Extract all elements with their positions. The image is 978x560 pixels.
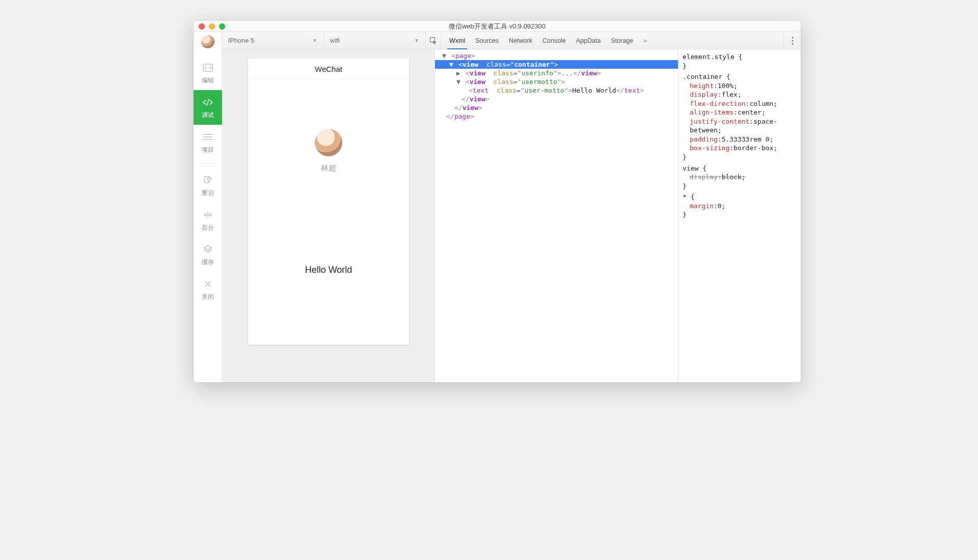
traffic-lights [194,23,225,30]
close-window-button[interactable] [199,23,205,30]
style-decl[interactable]: box-sizing:border-box; [683,144,797,153]
sidebar-item-restart[interactable]: 重启 [194,168,222,203]
style-block-view[interactable]: view { display:block; } [683,164,797,191]
simulator-screen[interactable]: WeChat 林超 Hello World [248,59,409,345]
tab-storage[interactable]: Storage [606,32,638,49]
dom-node-page-close[interactable]: </page> [435,112,678,121]
network-value: wifi [330,37,340,44]
titlebar: 微信web开发者工具 v0.9.092300 [194,21,801,32]
sidebar-item-label: 后台 [202,223,214,232]
svg-point-3 [792,37,793,38]
sidebar-item-debug[interactable]: 调试 [194,90,222,125]
sidebar: 编辑 调试 项目 [194,32,222,382]
sidebar-separator [200,163,215,164]
svg-point-4 [792,40,793,41]
tab-console[interactable]: Console [537,32,571,49]
tab-sources[interactable]: Sources [470,32,504,49]
sidebar-item-label: 调试 [202,111,214,120]
debug-icon [202,97,213,108]
chevron-down-icon: ▼ [312,38,317,43]
tab-appdata[interactable]: AppData [571,32,606,49]
style-decl-overridden[interactable]: display:block; [683,173,797,182]
sidebar-item-label: 项目 [202,146,214,154]
code-icon [202,62,213,73]
sidebar-item-project[interactable]: 项目 [194,125,222,159]
inspect-element-button[interactable] [426,32,441,49]
inspect-icon [429,37,438,45]
device-value: iPhone 5 [228,37,254,44]
devtools-tabs: Wxml Sources Network Console AppData Sto… [441,32,783,49]
kebab-icon [792,37,794,45]
tab-more[interactable]: » [638,32,652,49]
page-body: 林超 Hello World [248,80,409,345]
window-title: 微信web开发者工具 v0.9.092300 [194,22,801,31]
styles-panel[interactable]: element.style { } .container { height:10… [678,49,801,382]
sidebar-item-label: 缓存 [202,258,214,267]
style-decl[interactable]: height:100%; [683,81,797,91]
style-block-container[interactable]: .container { height:100%;display:flex;fl… [683,72,797,161]
sidebar-item-label: 重启 [202,189,214,198]
style-decl[interactable]: justify-content:space-between; [683,117,797,135]
dom-node-container[interactable]: ▼ <view class="container"> [435,60,678,69]
toolbar: iPhone 5 ▼ wifi ▼ Wxml Sources Network [222,32,801,49]
close-icon [202,278,213,290]
svg-point-5 [792,43,793,44]
dom-node-userinfo[interactable]: ▶ <view class="userinfo">...</view> [435,69,678,77]
devtools-menu-button[interactable] [783,32,801,49]
network-dropdown[interactable]: wifi ▼ [324,32,426,49]
style-decl[interactable]: padding:5.33333rem 0; [683,135,797,144]
avatar[interactable] [201,35,214,48]
wxml-tree-panel[interactable]: ▼ <page> ▼ <view class="container"> ▶ <v… [435,49,678,382]
dom-node-container-close[interactable]: </view> [435,103,678,112]
tab-wxml[interactable]: Wxml [444,32,470,49]
background-icon [202,209,213,220]
style-block-element[interactable]: element.style { } [683,52,797,70]
hamburger-icon [202,131,213,143]
sidebar-item-label: 关闭 [202,293,214,301]
tab-network[interactable]: Network [504,32,537,49]
style-decl[interactable]: flex-direction:column; [683,99,797,108]
dom-node-usermotto-close[interactable]: </view> [435,95,678,103]
user-motto-text: Hello World [305,265,352,275]
dom-node-usermotto-open[interactable]: ▼ <view class="usermotto"> [435,77,678,86]
minimize-window-button[interactable] [209,23,215,30]
maximize-window-button[interactable] [219,23,225,30]
sidebar-item-edit[interactable]: 编辑 [194,55,222,90]
dom-node-page-open[interactable]: ▼ <page> [435,51,678,60]
device-dropdown[interactable]: iPhone 5 ▼ [222,32,324,49]
simulator-area: WeChat 林超 Hello World [222,49,435,382]
sidebar-item-label: 编辑 [202,76,214,85]
user-nickname: 林超 [321,163,336,173]
user-avatar[interactable] [315,129,342,156]
sidebar-item-close[interactable]: 关闭 [194,272,222,306]
layers-icon [202,244,213,255]
style-decl[interactable]: margin:0; [683,202,797,211]
restart-icon [202,175,213,186]
style-decl[interactable]: align-items:center; [683,108,797,117]
dom-node-text[interactable]: <text class="user-motto">Hello World</te… [435,86,678,95]
chevron-down-icon: ▼ [414,38,419,43]
style-decl[interactable]: display:flex; [683,90,797,99]
page-title: WeChat [248,59,409,80]
sidebar-item-background[interactable]: 后台 [194,203,222,237]
style-block-star[interactable]: * { margin:0; } [683,192,797,219]
sidebar-item-cache[interactable]: 缓存 [194,237,222,272]
app-window: 微信web开发者工具 v0.9.092300 编辑 调试 [194,21,801,382]
